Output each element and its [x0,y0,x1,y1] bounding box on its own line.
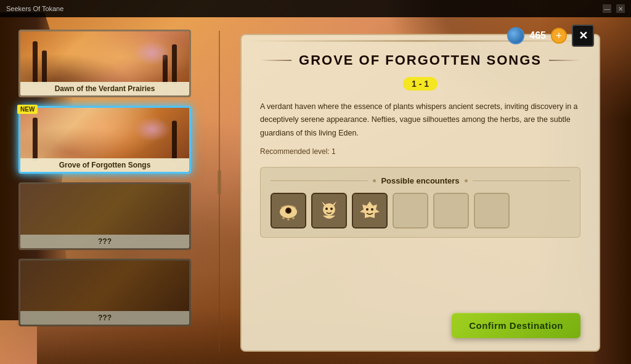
svg-point-3 [287,209,290,212]
card-label-dawn-verdant: Dawn of the Verdant Prairies [20,82,189,95]
encounters-line-right [473,180,570,181]
deco-dot-right [465,179,468,182]
location-list: Dawn of the Verdant Prairies NEW Grove o… [0,17,228,364]
currency-add-button[interactable]: + [551,28,567,44]
card-label-grove-forgotten: Grove of Forgotten Songs [20,158,189,172]
currency-globe-icon [507,27,524,44]
card-image-unknown-1: ??? [18,182,191,250]
location-card-dawn-verdant[interactable]: Dawn of the Verdant Prairies [18,30,191,97]
cyclops-icon [276,198,301,223]
hud-close-button[interactable]: ✕ [572,25,594,47]
tree-deco-1 [33,41,38,84]
confirm-destination-button[interactable]: Confirm Destination [452,313,580,338]
svg-point-8 [325,208,328,210]
encounter-icon-3 [356,197,383,224]
encounter-slot-1 [271,193,306,229]
svg-point-5 [287,218,290,220]
svg-point-11 [371,208,373,211]
blossom-deco [134,41,171,65]
level-container: 1 - 1 [260,72,580,100]
minimize-button[interactable]: — [603,4,611,13]
card-image-grove-forgotten: Grove of Forgotten Songs [18,106,191,174]
top-hud: 465 + ✕ [507,25,594,47]
detail-description: A verdant haven where the essence of pla… [260,100,580,140]
detail-title: GROVE OF FORGOTTEN SONGS [299,52,542,68]
encounters-grid [271,193,570,229]
card-label-unknown-1: ??? [20,235,189,248]
recommended-level: Recommended level: 1 [260,147,580,156]
title-bar-controls: — ✕ [603,4,625,13]
encounters-line-left [271,180,368,181]
new-badge: NEW [17,105,38,114]
encounter-slot-2 [311,193,347,229]
card-label-unknown-2: ??? [20,311,189,325]
beast2-icon [357,198,382,223]
beast1-icon [317,198,341,223]
tree-deco-g1 [33,118,38,161]
encounter-slot-empty-3 [474,193,510,229]
location-card-grove-forgotten[interactable]: NEW Grove of Forgotten Songs [18,106,191,174]
header-line-left [260,60,291,61]
header-line-right [549,60,580,61]
level-badge: 1 - 1 [403,77,438,91]
encounters-header: Possible encounters [271,176,570,185]
encounters-title: Possible encounters [381,176,459,185]
svg-point-4 [282,217,285,219]
blossom-deco-2 [134,117,171,142]
encounter-slot-empty-2 [433,193,469,229]
card-image-dawn-verdant: Dawn of the Verdant Prairies [18,30,191,97]
svg-point-10 [366,208,368,211]
title-bar: Seekers Of Tokane — ✕ [0,0,631,17]
tree-deco-g2 [172,121,177,161]
tree-deco-3 [172,44,177,84]
location-card-unknown-1[interactable]: ??? [18,182,191,250]
encounter-icon-1 [275,197,302,224]
location-card-unknown-2[interactable]: ??? [18,259,191,326]
svg-point-9 [330,208,333,210]
encounter-icon-2 [316,197,343,224]
tree-deco-2 [42,51,47,84]
app-title: Seekers Of Tokane [6,5,63,12]
card-image-unknown-2: ??? [18,259,191,326]
titlebar-close-button[interactable]: ✕ [616,4,625,13]
encounter-slot-3 [352,193,388,229]
encounter-slot-empty-1 [393,193,428,229]
currency-amount: 465 [529,30,546,41]
deco-dot-left [373,179,376,182]
detail-panel: GROVE OF FORGOTTEN SONGS 1 - 1 A verdant… [240,34,600,352]
encounters-section: Possible encounters [260,167,580,238]
detail-header-deco: GROVE OF FORGOTTEN SONGS [260,52,580,68]
svg-point-6 [292,217,295,219]
